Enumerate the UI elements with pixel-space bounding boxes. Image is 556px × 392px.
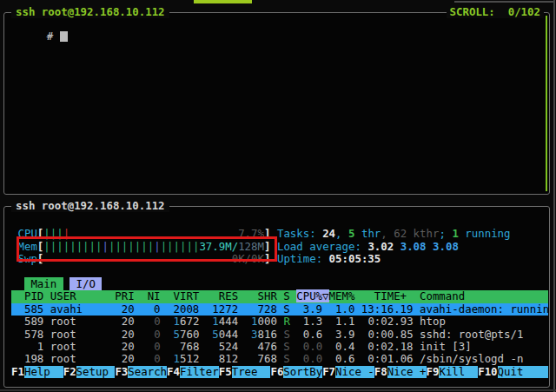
- fn-key-f6[interactable]: F6: [270, 366, 283, 378]
- fn-key-f2[interactable]: F2: [63, 366, 76, 378]
- text-segment: 0: [154, 315, 160, 328]
- text-segment: thr: [354, 227, 381, 240]
- blank-line: [11, 216, 548, 228]
- table-header: PID USER PRI NI VIRT RES SHR S CPU%▽MEM%…: [11, 290, 548, 302]
- window-top-edge: [454, 1, 555, 3]
- text-segment: 3.02: [367, 240, 400, 253]
- text-segment: [199, 315, 212, 328]
- fn-label-f10[interactable]: Quit: [498, 366, 524, 378]
- fn-label-f1[interactable]: Help: [24, 366, 63, 378]
- fn-label-f9[interactable]: Kill: [439, 366, 478, 378]
- text-segment: PID USER PRI NI VIRT RES SHR S: [11, 289, 296, 302]
- terminal-screen: ssh root@192.168.10.112 SCROLL: 0/102 # …: [0, 0, 556, 392]
- text-segment: [238, 328, 251, 341]
- text-segment: R: [283, 315, 289, 328]
- text-segment: Load average:: [277, 240, 367, 253]
- text-segment: 1 root 20: [11, 340, 154, 353]
- fn-key-f8[interactable]: F8: [374, 366, 387, 378]
- process-row[interactable]: 589 root 20 0 1672 1444 1000 R 1.3 1.1 0…: [11, 316, 548, 328]
- text-segment: 0.6 0:01.06 /sbin/syslogd -n: [322, 352, 523, 365]
- fn-key-f3[interactable]: F3: [115, 366, 128, 378]
- fn-key-f10[interactable]: F10: [478, 366, 497, 378]
- process-row[interactable]: 585 avahi 20 0 2008 1272 728 S 3.9 1.0 1…: [11, 303, 548, 316]
- function-key-bar: F1Help F2Setup F3SearchF4FilterF5Tree F6…: [11, 366, 548, 378]
- text-segment: S: [283, 340, 289, 353]
- process-row[interactable]: 198 root 20 0 1512 812 768 S 0.0 0.6 0:0…: [11, 353, 548, 365]
- text-segment: [11, 277, 24, 290]
- text-segment: 589 root 20: [11, 315, 154, 328]
- text-segment: 1: [212, 315, 218, 328]
- text-segment: 3.08: [433, 240, 459, 253]
- text-segment: ,: [335, 227, 348, 240]
- text-segment: Tasks:: [277, 227, 322, 240]
- pane-title-top: ssh root@192.168.10.112: [11, 6, 169, 18]
- text-segment: Uptime:: [277, 252, 329, 265]
- tab-io[interactable]: I/O: [70, 277, 102, 290]
- sort-column-cpu[interactable]: CPU%▽: [296, 289, 328, 302]
- text-segment: 198 root 20: [11, 352, 154, 365]
- fn-label-f5[interactable]: Tree: [232, 366, 271, 378]
- text-segment: 1: [452, 227, 458, 240]
- text-segment: 1: [251, 315, 257, 328]
- pane-bottom-htop[interactable]: ssh root@192.168.10.112 CPU[|||| 7.7%] T…: [3, 206, 550, 388]
- text-segment: S: [283, 352, 289, 365]
- pane-top-shell[interactable]: ssh root@192.168.10.112 SCROLL: 0/102 #: [3, 12, 550, 195]
- shell-prompt-line[interactable]: #: [8, 18, 68, 56]
- scroll-indicator: SCROLL: 0/102: [447, 6, 544, 18]
- fn-key-f1[interactable]: F1: [11, 366, 24, 378]
- process-row[interactable]: 1 root 20 0 768 524 476 S 0.0 0.4 0:02.1…: [11, 341, 548, 353]
- text-segment: [161, 352, 174, 365]
- text-segment: [199, 328, 212, 341]
- blank-line: [11, 266, 548, 278]
- text-segment: 1.3 1.1 0:02.93 htop: [290, 315, 446, 328]
- text-segment: [238, 315, 251, 328]
- text-segment: ;: [439, 227, 452, 240]
- fn-key-f9[interactable]: F9: [427, 366, 440, 378]
- text-segment: [161, 315, 174, 328]
- text-segment: 0.0: [296, 340, 322, 353]
- annotation-red-box: [17, 236, 277, 262]
- text-segment: 05:05:35: [329, 252, 381, 265]
- fn-key-f7[interactable]: F7: [322, 366, 335, 378]
- text-segment: 578 root 20: [11, 328, 154, 341]
- text-segment: 5: [174, 328, 180, 341]
- fn-bar-filler: [523, 366, 548, 378]
- text-segment: [161, 328, 174, 341]
- terminal-cursor: [60, 31, 68, 42]
- process-row[interactable]: 578 root 20 0 5760 5044 3816 S 0.6 3.9 0…: [11, 329, 548, 341]
- text-segment: 812 768: [199, 352, 283, 365]
- fn-label-f7[interactable]: Nice -: [335, 366, 374, 378]
- text-segment: 768 524 476: [161, 340, 284, 353]
- fn-key-f5[interactable]: F5: [219, 366, 232, 378]
- text-segment: running: [459, 227, 511, 240]
- text-segment: 3.08: [400, 240, 433, 253]
- fn-label-f4[interactable]: Filter: [180, 366, 219, 378]
- text-segment: 24: [322, 227, 335, 240]
- text-segment: 0.0: [296, 352, 322, 365]
- text-segment: 3: [251, 328, 257, 341]
- text-segment: 000: [258, 315, 277, 328]
- window-right-edge: [553, 0, 555, 392]
- text-segment: 0.6 3.9 0:00.85 sshd: root@pts/1: [290, 328, 524, 341]
- text-segment: 1: [174, 315, 180, 328]
- text-segment: 816: [258, 328, 277, 341]
- text-segment: 444: [219, 315, 238, 328]
- text-segment: , 62 kthr: [381, 227, 439, 240]
- fn-label-f6[interactable]: SortBy: [283, 366, 322, 378]
- text-segment: 512: [180, 352, 199, 365]
- text-segment: 585 avahi 20 0 2008 1272 728 S 3.9 1.0 1…: [11, 302, 548, 316]
- fn-label-f8[interactable]: Nice +: [387, 366, 427, 378]
- text-segment: 760: [180, 328, 199, 341]
- fn-key-f4[interactable]: F4: [167, 366, 180, 378]
- text-segment: 044: [219, 328, 238, 341]
- text-segment: 0: [154, 340, 160, 353]
- scrollbar[interactable]: [546, 16, 547, 191]
- screen-tabs: Main I/O: [11, 278, 548, 290]
- progress-bar-fragment: [194, 0, 252, 3]
- fn-label-f3[interactable]: Search: [128, 366, 167, 378]
- tab-main[interactable]: Main: [24, 277, 63, 290]
- shell-prompt: #: [47, 30, 53, 43]
- text-segment: 5: [212, 328, 218, 341]
- text-segment: 0: [154, 352, 160, 365]
- fn-label-f2[interactable]: Setup: [76, 366, 116, 378]
